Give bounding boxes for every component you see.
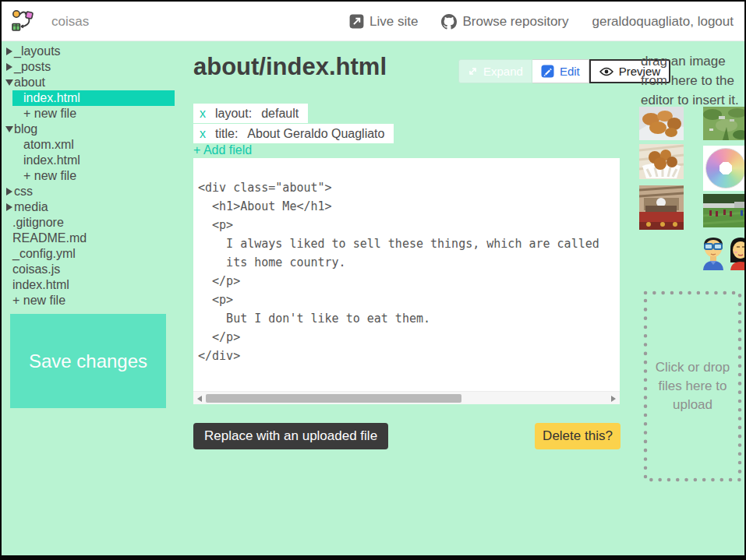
live-site-link[interactable]: Live site bbox=[349, 14, 418, 30]
folder-collapsed-icon bbox=[4, 48, 14, 55]
sidebar-item-about-new-file[interactable]: + new file bbox=[2, 106, 189, 122]
coisas-logo-icon bbox=[9, 9, 34, 33]
thumbnail-avatar-man[interactable] bbox=[701, 236, 726, 270]
code-editor[interactable]: <div class="about"> <h1>About Me</h1> <p… bbox=[193, 158, 620, 404]
scroll-right-arrow-icon[interactable] bbox=[611, 396, 616, 402]
save-changes-button[interactable]: Save changes bbox=[10, 314, 166, 408]
user-logout-link[interactable]: geraldoquagliato, logout bbox=[592, 14, 734, 30]
front-matter-field-title: x title: About Geraldo Quagliato bbox=[193, 124, 394, 143]
folder-collapsed-icon bbox=[4, 63, 14, 71]
sidebar-item-layouts[interactable]: _layouts bbox=[2, 44, 189, 59]
sidebar-item-posts[interactable]: _posts bbox=[2, 59, 189, 75]
thumbnail-aerial-town[interactable] bbox=[703, 107, 746, 140]
expand-icon bbox=[468, 66, 478, 76]
sidebar-item-css[interactable]: css bbox=[2, 184, 189, 199]
front-matter-field-layout: x layout: default bbox=[193, 104, 308, 123]
sidebar-item-about[interactable]: about bbox=[2, 75, 189, 90]
add-field-link[interactable]: + Add field bbox=[193, 143, 252, 157]
thumbnail-fried-doughnuts[interactable] bbox=[639, 107, 684, 140]
sidebar-item-blog-index[interactable]: index.html bbox=[2, 153, 189, 168]
file-tree: _layouts _posts about index.html + new f… bbox=[2, 44, 189, 308]
sidebar-item-media[interactable]: media bbox=[2, 199, 189, 215]
browse-repository-link[interactable]: Browse repository bbox=[441, 14, 568, 30]
thumbnail-fried-balls-basket[interactable] bbox=[639, 144, 684, 179]
top-bar: coisas Live site Browse repository geral… bbox=[2, 2, 744, 41]
thumbnail-market-stall[interactable] bbox=[639, 185, 684, 230]
live-site-label: Live site bbox=[369, 14, 418, 30]
folder-collapsed-icon bbox=[4, 203, 14, 211]
page-title: about/index.html bbox=[193, 53, 387, 81]
thumbnail-color-wheel[interactable] bbox=[703, 146, 746, 191]
folder-collapsed-icon bbox=[4, 188, 14, 195]
eye-icon bbox=[599, 67, 613, 76]
thumbnail-soccer-match[interactable] bbox=[703, 194, 746, 227]
replace-file-button[interactable]: Replace with an uploaded file bbox=[193, 423, 388, 449]
external-link-icon bbox=[349, 14, 364, 29]
dotted-border bbox=[643, 291, 742, 482]
sidebar-item-root-new-file[interactable]: + new file bbox=[2, 293, 189, 308]
sidebar-item-blog-atom[interactable]: atom.xml bbox=[2, 137, 189, 153]
color-wheel-graphic bbox=[705, 148, 746, 188]
sidebar-item-config[interactable]: _config.yml bbox=[2, 246, 189, 262]
expand-button[interactable]: Expand bbox=[458, 59, 532, 83]
field-key[interactable]: layout: bbox=[215, 107, 252, 121]
scroll-left-arrow-icon[interactable] bbox=[197, 396, 202, 402]
drag-image-hint: drag an image from here to the editor to… bbox=[641, 51, 746, 110]
folder-expanded-icon bbox=[4, 126, 14, 132]
delete-button[interactable]: Delete this? bbox=[535, 423, 620, 449]
sidebar-item-root-index[interactable]: index.html bbox=[2, 277, 189, 293]
field-value[interactable]: About Geraldo Quagliato bbox=[247, 127, 384, 141]
sidebar-item-readme[interactable]: README.md bbox=[2, 231, 189, 246]
remove-field-button[interactable]: x bbox=[200, 107, 206, 121]
edit-pencil-icon bbox=[541, 65, 554, 78]
sidebar-item-blog-new-file[interactable]: + new file bbox=[2, 168, 189, 184]
edit-button[interactable]: Edit bbox=[532, 59, 589, 83]
coisas-cms-window: coisas Live site Browse repository geral… bbox=[0, 0, 746, 560]
upload-dropzone[interactable]: Click or drop files here to upload bbox=[643, 291, 742, 482]
horizontal-scrollbar[interactable] bbox=[193, 391, 620, 404]
field-value[interactable]: default bbox=[261, 107, 299, 121]
sidebar-item-gitignore[interactable]: .gitignore bbox=[2, 215, 189, 231]
github-icon bbox=[441, 14, 457, 30]
sidebar-item-coisas-js[interactable]: coisas.js bbox=[2, 262, 189, 277]
scrollbar-thumb[interactable] bbox=[206, 394, 461, 403]
thumbnail-avatar-woman[interactable] bbox=[729, 236, 746, 270]
field-key[interactable]: title: bbox=[215, 127, 238, 141]
sidebar-item-blog[interactable]: blog bbox=[2, 122, 189, 137]
sidebar-item-about-index[interactable]: index.html bbox=[12, 90, 175, 106]
brand-name: coisas bbox=[51, 2, 89, 41]
mode-switcher: Expand Edit Preview bbox=[458, 59, 670, 83]
code-content[interactable]: <div class="about"> <h1>About Me</h1> <p… bbox=[193, 158, 620, 365]
browse-repository-label: Browse repository bbox=[462, 14, 568, 30]
remove-field-button[interactable]: x bbox=[200, 127, 206, 141]
folder-expanded-icon bbox=[4, 79, 14, 86]
